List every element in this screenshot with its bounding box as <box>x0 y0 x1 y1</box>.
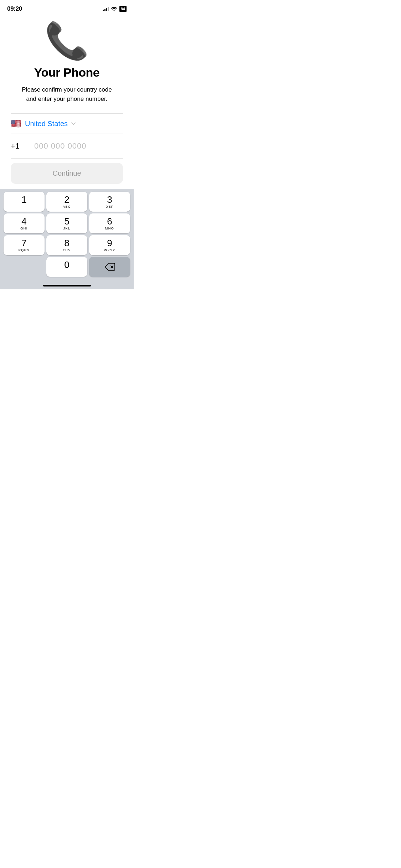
battery-level: 84 <box>121 7 125 11</box>
key-3[interactable]: 3 DEF <box>89 192 130 212</box>
keyboard-row-3: 7 PQRS 8 TUV 9 WXYZ <box>1 235 132 255</box>
country-code: +1 <box>11 141 29 151</box>
keyboard-row-2: 4 GHI 5 JKL 6 MNO <box>1 213 132 233</box>
key-5[interactable]: 5 JKL <box>46 213 87 233</box>
continue-button[interactable]: Continue <box>11 163 123 184</box>
delete-icon <box>105 263 115 271</box>
key-8[interactable]: 8 TUV <box>46 235 87 255</box>
status-icons: 84 <box>103 6 127 12</box>
key-2[interactable]: 2 ABC <box>46 192 87 212</box>
status-bar: 09:20 84 <box>0 0 134 16</box>
page-subtitle: Please confirm your country codeand ente… <box>22 85 112 103</box>
signal-icon <box>103 7 109 11</box>
keyboard-row-1: 1 2 ABC 3 DEF <box>1 192 132 212</box>
key-6[interactable]: 6 MNO <box>89 213 130 233</box>
key-0[interactable]: 0 <box>46 257 87 277</box>
numeric-keyboard: 1 2 ABC 3 DEF 4 GHI 5 JKL 6 MNO 7 PQRS <box>0 189 134 289</box>
chevron-down-icon <box>71 122 76 125</box>
key-delete[interactable] <box>89 257 130 277</box>
bottom-divider <box>11 158 123 159</box>
country-name: United States <box>25 120 68 128</box>
home-indicator <box>43 285 91 286</box>
key-9[interactable]: 9 WXYZ <box>89 235 130 255</box>
phone-input-row: +1 <box>11 134 123 158</box>
key-7[interactable]: 7 PQRS <box>4 235 45 255</box>
page-title: Your Phone <box>34 66 99 79</box>
key-1[interactable]: 1 <box>4 192 45 212</box>
battery-icon: 84 <box>119 6 127 12</box>
key-4[interactable]: 4 GHI <box>4 213 45 233</box>
phone-illustration: 📞 <box>45 23 89 58</box>
phone-number-input[interactable] <box>34 141 132 151</box>
status-time: 09:20 <box>7 5 22 12</box>
country-selector[interactable]: 🇺🇸 United States <box>11 114 123 134</box>
main-content: 📞 Your Phone Please confirm your country… <box>0 16 134 184</box>
country-flag: 🇺🇸 <box>11 119 21 129</box>
key-empty <box>4 257 45 277</box>
keyboard-row-4: 0 <box>1 257 132 277</box>
wifi-icon <box>111 6 117 11</box>
